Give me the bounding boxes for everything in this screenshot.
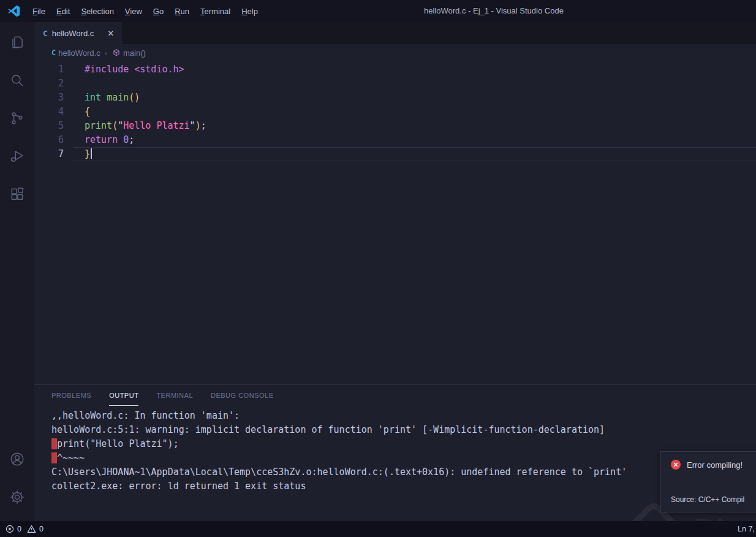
- account-icon[interactable]: [0, 440, 34, 478]
- menu-bar: File Edit Selection View Go Run Terminal…: [27, 7, 263, 16]
- menu-item-run[interactable]: Run: [169, 7, 195, 16]
- cursor-position[interactable]: Ln 7,: [738, 525, 755, 533]
- code-line[interactable]: 2: [34, 77, 756, 91]
- line-number: 1: [34, 63, 74, 77]
- problems-indicator[interactable]: 0 0: [6, 525, 43, 533]
- line-number: 3: [34, 91, 74, 105]
- menu-item-help[interactable]: Help: [236, 7, 263, 16]
- panel-tab-terminal[interactable]: TERMINAL: [156, 385, 193, 406]
- line-number: 7: [34, 147, 74, 161]
- vscode-window: File Edit Selection View Go Run Terminal…: [0, 0, 756, 537]
- tab-label: helloWord.c: [52, 29, 94, 38]
- notification-source: Source: C/C++ Compil: [671, 495, 756, 504]
- code-line[interactable]: 5print("Hello Platzi");: [34, 119, 756, 133]
- output-line: helloWord.c:5:1: warning: implicit decla…: [51, 423, 756, 437]
- titlebar: File Edit Selection View Go Run Terminal…: [0, 0, 756, 22]
- panel-tab-output[interactable]: OUTPUT: [109, 385, 138, 406]
- menu-item-terminal[interactable]: Terminal: [195, 7, 236, 16]
- search-icon[interactable]: [0, 61, 34, 99]
- code-line[interactable]: 6return 0;: [34, 133, 756, 147]
- menu-item-selection[interactable]: Selection: [75, 7, 119, 16]
- text-cursor: [91, 148, 92, 159]
- code-editor: 1#include <stdio.h>23int main()4{5print(…: [34, 61, 756, 384]
- error-marker: [51, 452, 57, 463]
- source-control-icon[interactable]: [0, 99, 34, 137]
- code-line[interactable]: 4{: [34, 105, 756, 119]
- window-title: helloWord.c - Ej_1 - Visual Studio Code: [424, 0, 564, 22]
- error-circle-icon: [671, 460, 681, 470]
- symbol-method-icon: [112, 48, 121, 57]
- menu-item-go[interactable]: Go: [148, 7, 169, 16]
- code-lines: 1#include <stdio.h>23int main()4{5print(…: [34, 63, 756, 161]
- warning-count-icon: [27, 525, 36, 533]
- code-line[interactable]: 1#include <stdio.h>: [34, 63, 756, 77]
- line-number: 4: [34, 105, 74, 119]
- panel-tab-problems[interactable]: PROBLEMS: [51, 385, 91, 406]
- panel-tab-bar: PROBLEMS OUTPUT TERMINAL DEBUG CONSOLE: [34, 385, 756, 406]
- output-line: print("Hello Platzi");: [51, 437, 756, 451]
- status-bar: 0 0 Ln 7,: [0, 521, 756, 537]
- explorer-icon[interactable]: [0, 23, 34, 61]
- panel-tab-debug-console[interactable]: DEBUG CONSOLE: [211, 385, 273, 406]
- vscode-logo-icon: [7, 4, 21, 18]
- breadcrumb-file[interactable]: helloWord.c: [58, 48, 100, 58]
- error-count-icon: [6, 525, 14, 533]
- c-file-icon: C: [51, 48, 56, 57]
- code-line[interactable]: 3int main(): [34, 91, 756, 105]
- code-line[interactable]: 7}: [34, 147, 756, 161]
- breadcrumb: C helloWord.c › main(): [34, 44, 756, 61]
- bottom-panel: PROBLEMS OUTPUT TERMINAL DEBUG CONSOLE ,…: [34, 384, 756, 521]
- menu-item-file[interactable]: File: [27, 7, 51, 16]
- error-notification[interactable]: Error compiling! Source: C/C++ Compil: [660, 451, 756, 512]
- c-file-icon: C: [43, 29, 48, 38]
- tab-close-icon[interactable]: ✕: [107, 29, 114, 38]
- activity-bar: [0, 22, 34, 521]
- output-line: ,,helloWord.c: In function 'main':: [51, 409, 756, 423]
- output-content[interactable]: ,,helloWord.c: In function 'main':helloW…: [34, 406, 756, 521]
- output-line: collect2.exe: error: ld returned 1 exit …: [51, 479, 756, 493]
- run-debug-icon[interactable]: [0, 137, 34, 175]
- menu-item-view[interactable]: View: [119, 7, 148, 16]
- error-count: 0: [17, 525, 21, 533]
- extensions-icon[interactable]: [0, 175, 34, 213]
- output-line: ^~~~~: [51, 451, 756, 465]
- menu-item-edit[interactable]: Edit: [51, 7, 75, 16]
- tab-bar: C helloWord.c ✕: [34, 22, 756, 44]
- output-line: C:\Users\JHOANA~1\AppData\Local\Temp\cce…: [51, 465, 756, 479]
- notification-title: Error compiling!: [687, 460, 743, 470]
- line-number: 5: [34, 119, 74, 133]
- breadcrumb-separator-icon: ›: [105, 48, 107, 58]
- error-marker: [51, 438, 57, 449]
- line-number: 6: [34, 133, 74, 147]
- tab-helloword-c[interactable]: C helloWord.c ✕: [34, 22, 123, 44]
- line-number: 2: [34, 77, 74, 91]
- settings-gear-icon[interactable]: [0, 478, 34, 516]
- breadcrumb-symbol[interactable]: main(): [123, 48, 146, 58]
- warning-count: 0: [39, 525, 43, 533]
